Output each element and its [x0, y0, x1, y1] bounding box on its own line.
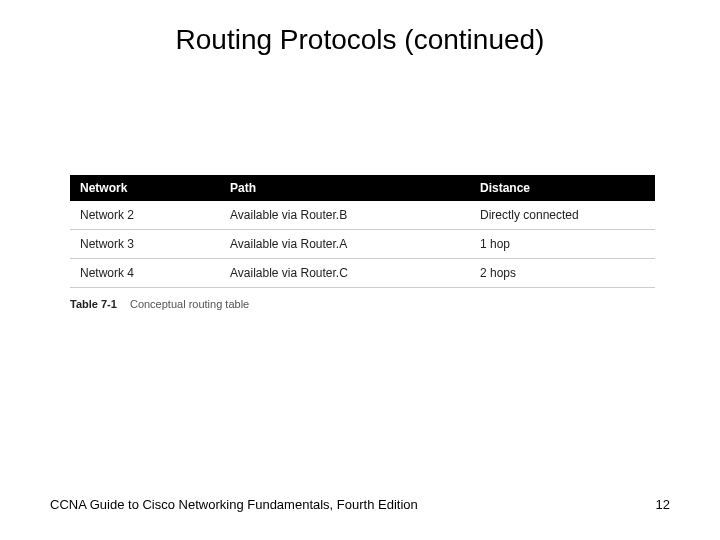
slide: Routing Protocols (continued) Network Pa… [0, 0, 720, 540]
col-header-path: Path [220, 175, 470, 201]
caption-text: Conceptual routing table [130, 298, 249, 310]
table-row: Network 4 Available via Router.C 2 hops [70, 259, 655, 288]
routing-table: Network Path Distance Network 2 Availabl… [70, 175, 655, 288]
table-caption: Table 7-1 Conceptual routing table [70, 298, 655, 310]
table-header-row: Network Path Distance [70, 175, 655, 201]
cell-path: Available via Router.B [220, 201, 470, 230]
col-header-network: Network [70, 175, 220, 201]
caption-label: Table 7-1 [70, 298, 117, 310]
cell-path: Available via Router.C [220, 259, 470, 288]
cell-distance: Directly connected [470, 201, 655, 230]
cell-network: Network 4 [70, 259, 220, 288]
cell-path: Available via Router.A [220, 230, 470, 259]
page-title: Routing Protocols (continued) [0, 24, 720, 56]
cell-distance: 1 hop [470, 230, 655, 259]
footer-text: CCNA Guide to Cisco Networking Fundament… [50, 497, 418, 512]
routing-table-block: Network Path Distance Network 2 Availabl… [70, 175, 655, 310]
cell-network: Network 2 [70, 201, 220, 230]
page-number: 12 [656, 497, 670, 512]
cell-network: Network 3 [70, 230, 220, 259]
col-header-distance: Distance [470, 175, 655, 201]
cell-distance: 2 hops [470, 259, 655, 288]
table-row: Network 2 Available via Router.B Directl… [70, 201, 655, 230]
table-row: Network 3 Available via Router.A 1 hop [70, 230, 655, 259]
